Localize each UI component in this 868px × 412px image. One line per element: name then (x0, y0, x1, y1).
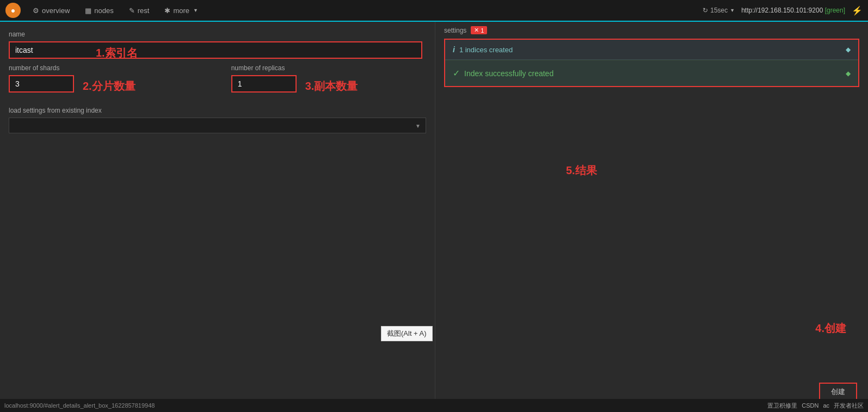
replicas-label: number of replicas (231, 64, 297, 72)
status-green: [green] (825, 7, 845, 14)
bottom-right-ac: ac (823, 402, 829, 409)
nav-overview-label: overview (42, 7, 70, 15)
refresh-icon: ↻ (703, 7, 708, 14)
replicas-input[interactable] (231, 75, 297, 93)
result-success-left: ✓ Index successfully created (453, 68, 553, 78)
create-button-area: 创建 (819, 383, 857, 401)
nav-more[interactable]: ✱ more ▼ (161, 0, 201, 21)
success-expand-icon: ◆ (846, 70, 851, 77)
nav-rest-label: rest (138, 7, 150, 15)
shards-label: number of shards (9, 64, 74, 72)
shards-input[interactable] (9, 75, 74, 93)
result-info-left: i 1 indices created (453, 45, 513, 54)
nodes-icon: ▦ (85, 7, 91, 15)
refresh-control[interactable]: ↻ 15sec ▼ (703, 7, 735, 14)
badge-count: 1 (481, 27, 484, 34)
nav-more-label: more (173, 7, 189, 15)
right-panel: settings ✕ 1 i 1 indices created ◆ (435, 22, 868, 412)
result-info-row[interactable]: i 1 indices created ◆ (445, 40, 858, 60)
indices-created-text: 1 indices created (459, 46, 513, 54)
annotation-3: 3.副本数量 (305, 79, 358, 94)
name-label: name (9, 30, 426, 38)
topnav: ● ⚙ overview ▦ nodes ✎ rest ✱ more ▼ ↻ 1… (0, 0, 868, 22)
bottom-right-dev: 开发者社区 (834, 402, 864, 410)
annotation-5: 5.结果 (566, 163, 597, 178)
load-settings-select[interactable] (9, 118, 426, 133)
rest-icon: ✎ (129, 7, 135, 15)
result-success-row[interactable]: ✓ Index successfully created ◆ (445, 60, 858, 86)
logo: ● (5, 3, 21, 18)
overview-icon: ⚙ (33, 7, 39, 15)
name-input[interactable] (9, 41, 422, 59)
bottom-bar: localhost:9000/#alert_details_alert_box_… (0, 399, 868, 412)
load-settings-select-wrapper (9, 118, 426, 133)
nav-overview[interactable]: ⚙ overview (29, 0, 73, 21)
settings-header: settings (444, 27, 466, 34)
nav-nodes-label: nodes (94, 7, 113, 15)
badge-close[interactable]: ✕ 1 (471, 26, 487, 34)
left-panel: name 1.索引名 number of shards 2.分片数量 numbe… (0, 22, 435, 412)
bottom-url: localhost:9000/#alert_details_alert_box_… (4, 402, 155, 409)
server-status: http://192.168.150.101:9200 [green] (741, 7, 845, 14)
main-layout: name 1.索引名 number of shards 2.分片数量 numbe… (0, 22, 868, 412)
annotation-2: 2.分片数量 (83, 79, 136, 94)
refresh-interval: 15sec (710, 7, 728, 14)
load-settings-label: load settings from existing index (9, 107, 426, 114)
annotation-1: 1.索引名 (96, 46, 138, 60)
annotation-4: 4.创建 (815, 321, 846, 336)
page-wrapper: name 1.索引名 number of shards 2.分片数量 numbe… (0, 22, 868, 412)
bottom-right-csdn: CSDN (802, 402, 818, 409)
result-area: i 1 indices created ◆ ✓ Index successful… (444, 39, 859, 87)
more-icon: ✱ (164, 7, 170, 15)
nav-right: ↻ 15sec ▼ http://192.168.150.101:9200 [g… (703, 5, 863, 16)
nav-nodes[interactable]: ▦ nodes (82, 0, 116, 21)
expand-arrow-icon: ◆ (846, 46, 851, 53)
server-url: http://192.168.150.101:9200 (741, 7, 824, 14)
checkmark-icon: ✓ (453, 68, 460, 78)
chevron-down-icon: ▼ (193, 8, 198, 13)
success-text: Index successfully created (464, 69, 553, 78)
create-button[interactable]: 创建 (819, 383, 857, 401)
settings-icon[interactable]: ⚡ (852, 5, 863, 16)
bottom-right-text1: 置卫积修里 (767, 402, 797, 410)
info-icon: i (453, 45, 455, 54)
nav-rest[interactable]: ✎ rest (126, 0, 153, 21)
logo-symbol: ● (11, 6, 15, 15)
refresh-dropdown-icon: ▼ (730, 8, 735, 13)
bottom-right: 置卫积修里 CSDN ac 开发者社区 (767, 402, 864, 410)
screenshot-tooltip: 截图(Alt + A) (381, 326, 433, 341)
badge-close-icon: ✕ (474, 27, 479, 34)
